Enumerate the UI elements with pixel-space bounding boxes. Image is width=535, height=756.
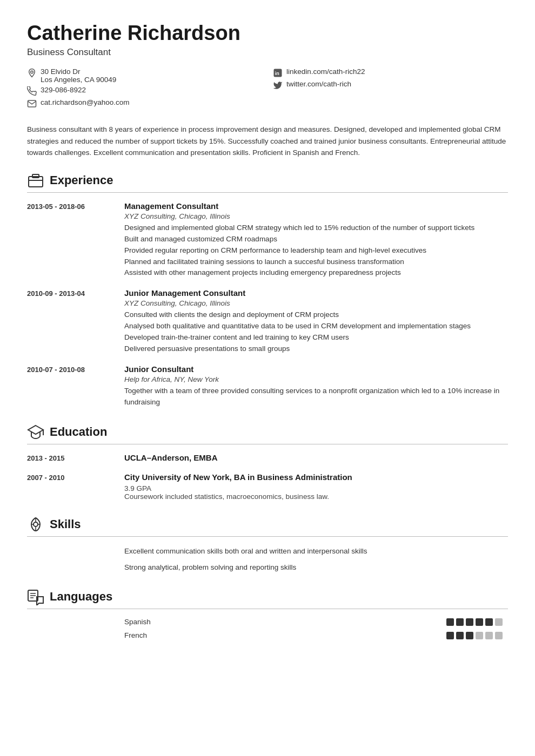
skills-icon [27,516,44,533]
phone-item: 329-086-8922 [27,86,262,96]
languages-icon [27,588,44,605]
contact-grid: 30 Elvido Dr Los Angeles, CA 90049 329-0… [27,68,508,111]
edu1-dates: 2013 - 2015 [27,453,113,464]
list-item: Provided regular reporting on CRM perfor… [124,245,508,256]
skills-title: Skills [50,517,81,531]
list-item: Delivered persuasive presentations to sm… [124,343,508,355]
twitter-icon [273,80,283,90]
dot-2 [456,632,464,639]
french-dots [446,632,508,639]
experience-entry-2: 2010-09 - 2013-04 Junior Management Cons… [27,288,508,355]
experience-title: Experience [50,173,113,187]
edu-entry-2: 2007 - 2010 City University of New York,… [27,473,508,501]
languages-header: Languages [27,588,508,609]
experience-section: Experience 2013-05 - 2018-06 Management … [27,172,508,408]
experience-header: Experience [27,172,508,193]
list-item: Consulted with clients the design and de… [124,309,508,321]
skill-2: Strong analytical, problem solving and r… [124,562,508,573]
dot-6 [495,632,503,639]
exp1-right: Management Consultant XYZ Consulting, Ch… [124,201,508,279]
dot-5 [485,618,493,626]
language-french: French [124,631,436,639]
experience-icon [27,172,44,189]
dot-1 [446,618,454,626]
list-item: Designed and implemented global CRM stra… [124,222,508,234]
language-spanish: Spanish [124,618,436,626]
language-row-spanish: Spanish [27,618,508,626]
dot-2 [456,618,464,626]
skill-1: Excellent communication skills both oral… [124,545,508,557]
languages-section: Languages Spanish French [27,588,508,639]
list-item: Assisted with other management projects … [124,267,508,279]
list-item: Together with a team of three provided c… [124,386,508,408]
location-icon [27,68,37,78]
list-item: Built and managed customized CRM roadmap… [124,234,508,245]
linkedin-icon: in [273,68,283,78]
twitter-url: twitter.com/cath-rich [286,80,351,88]
edu-entry-1: 2013 - 2015 UCLA–Anderson, EMBA [27,453,508,464]
skills-entry-2: Strong analytical, problem solving and r… [27,562,508,573]
education-section: Education 2013 - 2015 UCLA–Anderson, EMB… [27,423,508,501]
exp2-right: Junior Management Consultant XYZ Consult… [124,288,508,355]
email-icon [27,99,37,109]
svg-point-0 [31,71,34,73]
exp1-bullets: Designed and implemented global CRM stra… [124,222,508,279]
edu1-institution: UCLA–Anderson, EMBA [124,453,508,462]
edu2-right: City University of New York, BA in Busin… [124,473,508,501]
education-title: Education [50,425,107,439]
address-line2: Los Angeles, CA 90049 [41,76,116,84]
spanish-dots [446,618,508,626]
address-line1: 30 Elvido Dr [41,68,116,76]
skills-entry-1: Excellent communication skills both oral… [27,545,508,557]
exp2-title: Junior Management Consultant [124,288,508,298]
edu2-institution: City University of New York, BA in Busin… [124,473,508,482]
phone-icon [27,86,37,96]
email-item: cat.richardson@yahoo.com [27,98,262,109]
summary-text: Business consultant with 8 years of expe… [27,124,508,159]
exp1-dates: 2013-05 - 2018-06 [27,201,113,279]
experience-entry-1: 2013-05 - 2018-06 Management Consultant … [27,201,508,279]
dot-4 [476,632,483,639]
languages-title: Languages [50,590,112,604]
svg-text:in: in [275,71,279,76]
skills-section: Skills Excellent communication skills bo… [27,516,508,573]
exp2-company: XYZ Consulting, Chicago, Illinois [124,299,508,307]
experience-entry-3: 2010-07 - 2010-08 Junior Consultant Help… [27,364,508,408]
exp3-bullets: Together with a team of three provided c… [124,386,508,408]
edu1-right: UCLA–Anderson, EMBA [124,453,508,464]
exp2-bullets: Consulted with clients the design and de… [124,309,508,355]
svg-point-8 [34,522,38,526]
education-icon [27,423,44,441]
skills-header: Skills [27,516,508,537]
email-address: cat.richardson@yahoo.com [41,98,130,106]
full-name: Catherine Richardson [27,22,508,45]
list-item: Developed train-the-trainer content and … [124,332,508,343]
svg-marker-6 [28,426,43,434]
phone-number: 329-086-8922 [41,86,86,94]
linkedin-url: linkedin.com/cath-rich22 [286,68,365,76]
exp2-dates: 2010-09 - 2013-04 [27,288,113,355]
dot-3 [466,632,473,639]
exp3-title: Junior Consultant [124,364,508,374]
dot-5 [485,632,493,639]
edu2-gpa: 3.9 GPA [124,484,508,492]
language-row-french: French [27,631,508,639]
job-title: Business Consultant [27,47,508,58]
exp3-right: Junior Consultant Help for Africa, NY, N… [124,364,508,408]
address-item: 30 Elvido Dr Los Angeles, CA 90049 [27,68,262,84]
dot-6 [495,618,503,626]
dot-4 [476,618,483,626]
list-item: Analysed both qualitative and quantitati… [124,321,508,332]
dot-3 [466,618,473,626]
linkedin-item: in linkedin.com/cath-rich22 [273,68,508,78]
twitter-item: twitter.com/cath-rich [273,80,508,90]
exp1-company: XYZ Consulting, Chicago, Illinois [124,212,508,220]
edu2-dates: 2007 - 2010 [27,473,113,501]
exp1-title: Management Consultant [124,201,508,211]
education-header: Education [27,423,508,444]
exp3-company: Help for Africa, NY, New York [124,375,508,383]
dot-1 [446,632,454,639]
edu2-coursework: Coursework included statistics, macroeco… [124,492,508,501]
list-item: Planned and facilitated training session… [124,256,508,268]
exp3-dates: 2010-07 - 2010-08 [27,364,113,408]
